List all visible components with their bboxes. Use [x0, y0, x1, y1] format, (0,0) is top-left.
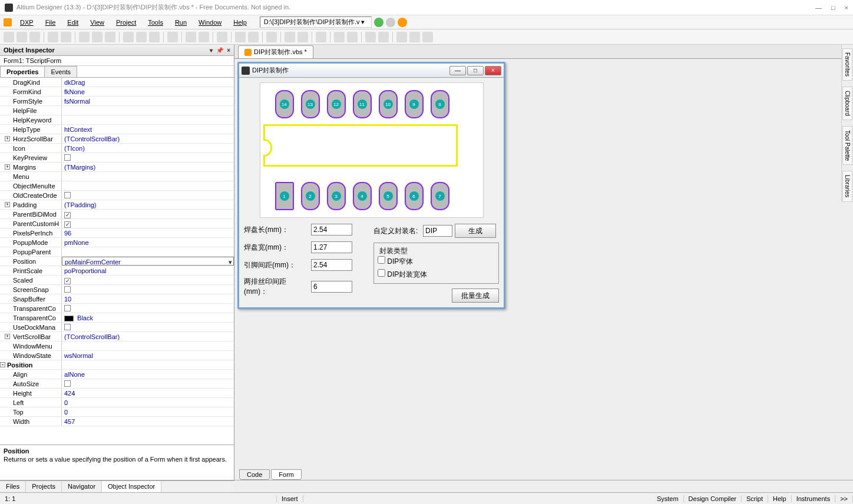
tb-icon-5[interactable] — [235, 32, 246, 42]
rail-libraries[interactable]: Libraries — [842, 171, 852, 201]
status-help[interactable]: Help — [768, 495, 792, 502]
property-row[interactable]: WindowStatewsNormal — [0, 351, 234, 360]
property-row[interactable]: Menu — [0, 172, 234, 181]
input-silk-gap[interactable] — [311, 281, 352, 293]
tb-icon-14[interactable] — [378, 32, 389, 42]
redo-icon[interactable] — [199, 32, 209, 42]
tab-events[interactable]: Events — [44, 66, 77, 77]
property-row[interactable]: PopupModepmNone — [0, 238, 234, 247]
menu-project[interactable]: Project — [111, 18, 141, 27]
property-row[interactable]: UseDockMana — [0, 323, 234, 332]
tb-icon-2[interactable] — [92, 32, 103, 42]
batch-generate-button[interactable]: 批量生成 — [452, 289, 499, 303]
property-list[interactable]: DragKinddkDragFormKindfkNoneFormStylefsN… — [0, 78, 234, 445]
form-selector[interactable]: Form1: TScriptForm — [0, 56, 234, 66]
property-row[interactable]: PopupParent — [0, 247, 234, 257]
property-row[interactable]: SnapBuffer10 — [0, 294, 234, 304]
property-row[interactable]: Top0 — [0, 407, 234, 417]
form-maximize-button[interactable]: □ — [467, 66, 484, 75]
tb-icon-3[interactable] — [105, 32, 115, 42]
run-icon[interactable] — [217, 32, 227, 42]
rail-favorites[interactable]: Favorites — [842, 48, 852, 81]
status-system[interactable]: System — [652, 495, 684, 502]
rail-tool-palette[interactable]: Tool Palette — [842, 126, 852, 165]
btab-object-inspector[interactable]: Object Inspector — [102, 481, 161, 492]
panel-pin-icon[interactable]: 📌 — [216, 47, 223, 54]
property-row[interactable]: WindowMenu — [0, 341, 234, 351]
tb-icon-16[interactable] — [409, 32, 420, 42]
input-pad-length[interactable] — [311, 224, 352, 236]
property-row[interactable]: ScreenSnap — [0, 285, 234, 294]
tb-icon-8[interactable] — [285, 32, 295, 42]
property-row[interactable]: HelpKeyword — [0, 115, 234, 125]
menu-edit[interactable]: Edit — [62, 18, 83, 27]
tb-icon-4[interactable] — [167, 32, 178, 42]
form-designer-canvas[interactable]: DIP封装制作 — □ × 141312111098 1234567 — [234, 59, 853, 480]
maximize-button[interactable]: □ — [831, 4, 835, 11]
status-instruments[interactable]: Instruments — [792, 495, 835, 502]
property-row[interactable]: TransparentCo Black — [0, 313, 234, 323]
tb-icon-6[interactable] — [248, 32, 259, 42]
btab-navigator[interactable]: Navigator — [62, 481, 102, 492]
tb-icon-11[interactable] — [334, 32, 345, 42]
tb-icon-17[interactable] — [422, 32, 433, 42]
generate-button[interactable]: 生成 — [455, 224, 496, 238]
copy-icon[interactable] — [136, 32, 147, 42]
property-row[interactable]: Icon(TIcon) — [0, 144, 234, 153]
menu-window[interactable]: Window — [194, 18, 226, 27]
doc-tab[interactable]: DIP封装制作.vbs * — [238, 45, 313, 58]
property-row[interactable]: AutoSize — [0, 379, 234, 389]
property-row[interactable]: ObjectMenuIte — [0, 181, 234, 191]
cut-icon[interactable] — [123, 32, 134, 42]
form-close-button[interactable]: × — [485, 66, 501, 75]
property-row[interactable]: FormStylefsNormal — [0, 97, 234, 106]
preview-icon[interactable] — [61, 32, 71, 42]
tab-code[interactable]: Code — [239, 469, 270, 480]
property-row[interactable]: KeyPreview — [0, 153, 234, 163]
status-more[interactable]: >> — [835, 495, 853, 502]
nav-back-icon[interactable] — [374, 18, 383, 27]
menu-view[interactable]: View — [85, 18, 109, 27]
property-row[interactable]: VertScrollBar+(TControlScrollBar) — [0, 332, 234, 341]
menu-file[interactable]: File — [41, 18, 61, 27]
tb-icon-12[interactable] — [347, 32, 358, 42]
checkbox-narrow[interactable] — [378, 256, 385, 264]
property-row[interactable]: Height424 — [0, 389, 234, 398]
property-row[interactable]: Scaled✓ — [0, 276, 234, 285]
panel-close-icon[interactable]: × — [227, 47, 230, 54]
menu-dxp[interactable]: DXP — [15, 18, 38, 27]
property-row[interactable]: PositionpoMainFormCenter — [0, 257, 234, 266]
input-package-name[interactable] — [423, 225, 452, 237]
property-row[interactable]: PixelsPerInch96 — [0, 228, 234, 238]
property-row[interactable]: HelpFile — [0, 106, 234, 115]
btab-projects[interactable]: Projects — [26, 481, 62, 492]
tb-icon-10[interactable] — [316, 32, 326, 42]
form-minimize-button[interactable]: — — [449, 66, 466, 75]
tb-icon-15[interactable] — [396, 32, 407, 42]
property-row[interactable]: Padding+(TPadding) — [0, 200, 234, 210]
save-icon[interactable] — [29, 32, 40, 42]
undo-icon[interactable] — [186, 32, 196, 42]
property-row[interactable]: ParentBiDiMod✓ — [0, 210, 234, 219]
minimize-button[interactable]: — — [815, 4, 822, 11]
btab-files[interactable]: Files — [0, 481, 26, 492]
property-row[interactable]: Margins+(TMargins) — [0, 163, 234, 172]
breadcrumb[interactable]: D:\[3]DIP封装制作\DIP封装制作.v ▾ — [260, 16, 372, 28]
property-row[interactable]: Left0 — [0, 398, 234, 407]
property-row[interactable]: AlignalNone — [0, 370, 234, 379]
property-row[interactable]: Width457 — [0, 417, 234, 426]
tab-properties[interactable]: Properties — [0, 66, 45, 77]
input-pin-gap[interactable] — [311, 259, 352, 271]
menu-help[interactable]: Help — [229, 18, 252, 27]
property-row[interactable]: TransparentCo — [0, 304, 234, 313]
tb-icon-1[interactable] — [79, 32, 90, 42]
rail-clipboard[interactable]: Clipboard — [842, 87, 852, 120]
menu-tools[interactable]: Tools — [143, 18, 168, 27]
tab-form[interactable]: Form — [271, 469, 302, 480]
nav-fwd-icon[interactable] — [386, 18, 395, 27]
property-row[interactable]: HelpTypehtContext — [0, 125, 234, 134]
close-button[interactable]: × — [845, 4, 848, 11]
tb-icon-7[interactable] — [266, 32, 277, 42]
checkbox-wide[interactable] — [378, 269, 385, 277]
new-icon[interactable] — [4, 32, 14, 42]
